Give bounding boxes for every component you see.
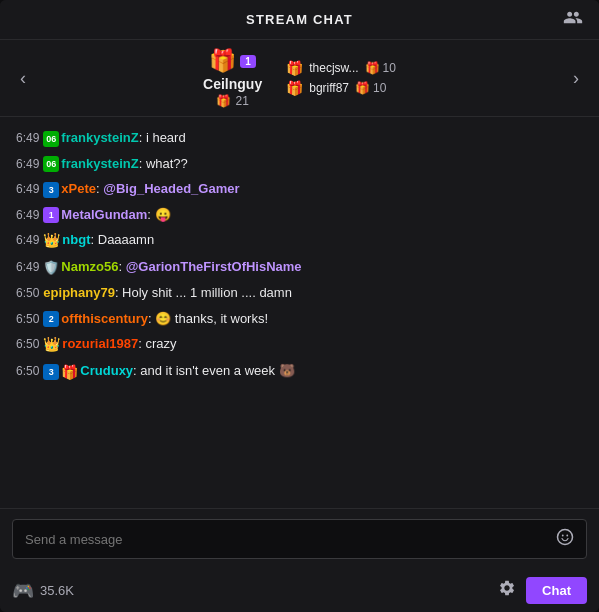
message-time: 6:50	[16, 337, 39, 351]
message-time: 6:49	[16, 131, 39, 145]
bottom-bar: 🎮 35.6K Chat	[0, 569, 599, 612]
crown-badge: 👑	[43, 334, 60, 355]
emoji-icon[interactable]	[556, 528, 574, 550]
input-area	[0, 508, 599, 569]
gifters-list: 🎁 1 Ceilnguy 🎁 21 🎁 thecjsw... 🎁 10	[30, 48, 569, 108]
message-time: 6:49	[16, 233, 39, 247]
sub-gifter-2: 🎁 bgriff87 🎁 10	[286, 80, 396, 96]
sub-gifters: 🎁 thecjsw... 🎁 10 🎁 bgriff87 🎁 10	[286, 60, 396, 96]
message-text: : Holy shit ... 1 million .... damn	[115, 285, 292, 300]
stream-chat-container: STREAM CHAT ‹ 🎁 1 Ceilnguy 🎁 21	[0, 0, 599, 612]
message-text: : 😛	[147, 207, 170, 222]
sub-name-2: bgriff87	[309, 81, 349, 95]
sub-icon-2: 🎁	[286, 80, 303, 96]
chat-button[interactable]: Chat	[526, 577, 587, 604]
message-input-wrapper	[12, 519, 587, 559]
message-text: : crazy	[138, 336, 176, 351]
next-arrow[interactable]: ›	[569, 64, 583, 93]
user-badge: 2	[43, 311, 59, 327]
username: nbgt	[62, 232, 90, 247]
message-text: : what??	[139, 156, 188, 171]
username: Cruduxy	[80, 363, 133, 378]
special-badge: 🛡️	[43, 260, 59, 275]
message-time: 6:50	[16, 364, 39, 378]
message-text: : 😊 thanks, it works!	[148, 311, 268, 326]
message-row: 6:50epiphany79: Holy shit ... 1 million …	[0, 280, 599, 306]
message-time: 6:50	[16, 312, 39, 326]
message-time: 6:49	[16, 208, 39, 222]
message-text: : i heard	[139, 130, 186, 145]
message-row: 6:503🎁Cruduxy: and it isn't even a week …	[0, 358, 599, 385]
crown-badge: 👑	[43, 230, 60, 251]
message-time: 6:50	[16, 286, 39, 300]
username: frankysteinZ	[61, 156, 138, 171]
username: frankysteinZ	[61, 130, 138, 145]
mention: @GarionTheFirstOfHisName	[126, 259, 302, 274]
main-gifter-count: 🎁 21	[216, 94, 248, 108]
viewer-icon: 🎮	[12, 580, 34, 602]
username: rozurial1987	[62, 336, 138, 351]
main-gifter-name: Ceilnguy	[203, 76, 262, 92]
svg-point-0	[558, 530, 573, 545]
viewer-count: 🎮 35.6K	[12, 580, 74, 602]
viewer-count-text: 35.6K	[40, 583, 74, 598]
header-title: STREAM CHAT	[246, 12, 353, 27]
message-row: 6:491MetalGundam: 😛	[0, 202, 599, 228]
message-input[interactable]	[25, 532, 556, 547]
message-row: 6:4906frankysteinZ: i heard	[0, 125, 599, 151]
bottom-actions: Chat	[498, 577, 587, 604]
svg-point-2	[566, 535, 568, 537]
messages-area[interactable]: 6:4906frankysteinZ: i heard6:4906frankys…	[0, 117, 599, 508]
main-gifter: 🎁 1 Ceilnguy 🎁 21	[203, 48, 262, 108]
prev-arrow[interactable]: ‹	[16, 64, 30, 93]
message-time: 6:49	[16, 182, 39, 196]
sub-count-2: 🎁 10	[355, 81, 386, 95]
settings-icon[interactable]	[498, 579, 516, 602]
username: xPete	[61, 181, 96, 196]
username: MetalGundam	[61, 207, 147, 222]
chat-header: STREAM CHAT	[0, 0, 599, 40]
sub-icon-1: 🎁	[286, 60, 303, 76]
sub-count-1: 🎁 10	[365, 61, 396, 75]
user-badge: 06	[43, 131, 59, 147]
message-row: 6:49🛡️Namzo56: @GarionTheFirstOfHisName	[0, 254, 599, 280]
message-row: 6:493xPete: @Big_Headed_Gamer	[0, 176, 599, 202]
svg-point-1	[562, 535, 564, 537]
user-badge: 06	[43, 156, 59, 172]
message-text: : Daaaamn	[91, 232, 155, 247]
message-time: 6:49	[16, 260, 39, 274]
gift-badge-inline: 🎁	[61, 364, 78, 380]
gift-icon-main: 🎁	[209, 48, 236, 74]
message-text: : and it isn't even a week 🐻	[133, 363, 295, 378]
username: offthiscentury	[61, 311, 148, 326]
message-row: 6:502offthiscentury: 😊 thanks, it works!	[0, 306, 599, 332]
manage-users-icon[interactable]	[563, 7, 583, 32]
message-row: 6:50👑rozurial1987: crazy	[0, 331, 599, 358]
user-badge: 3	[43, 364, 59, 380]
gifters-bar: ‹ 🎁 1 Ceilnguy 🎁 21 🎁 thecjsw... 🎁	[0, 40, 599, 117]
mention: @Big_Headed_Gamer	[103, 181, 239, 196]
message-row: 6:4906frankysteinZ: what??	[0, 151, 599, 177]
main-gifter-badge: 1	[240, 55, 256, 68]
user-badge: 3	[43, 182, 59, 198]
message-row: 6:49👑nbgt: Daaaamn	[0, 227, 599, 254]
user-badge: 1	[43, 207, 59, 223]
message-time: 6:49	[16, 157, 39, 171]
sub-gifter-1: 🎁 thecjsw... 🎁 10	[286, 60, 396, 76]
message-text: :	[118, 259, 125, 274]
username: epiphany79	[43, 285, 115, 300]
gift-icon-small: 🎁	[216, 94, 231, 108]
sub-name-1: thecjsw...	[309, 61, 358, 75]
username: Namzo56	[61, 259, 118, 274]
